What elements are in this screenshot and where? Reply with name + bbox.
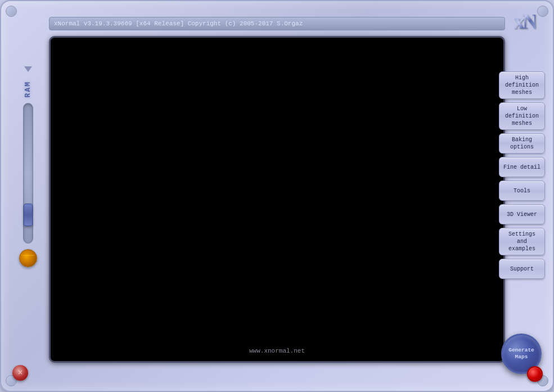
main-viewport: www.xnormal.net — [49, 36, 505, 363]
ram-slider-track[interactable] — [23, 103, 33, 244]
ram-slider-thumb[interactable] — [24, 204, 33, 226]
viewport-watermark: www.xnormal.net — [249, 348, 305, 354]
support-button[interactable]: Support — [499, 259, 545, 279]
right-sidebar: High definition meshes Low definition me… — [497, 35, 547, 360]
baking-options-button[interactable]: Baking options — [499, 133, 545, 154]
quit-button[interactable] — [527, 366, 543, 382]
scroll-down-icon[interactable] — [20, 63, 36, 75]
corner-decoration-tl — [6, 6, 17, 17]
fine-detail-button[interactable]: Fine detail — [499, 157, 545, 177]
app-logo: xN — [502, 6, 547, 37]
app-title: xNormal v3.19.3.39669 [x64 Release] Copy… — [54, 20, 303, 27]
high-def-meshes-button[interactable]: High definition meshes — [499, 71, 545, 99]
low-def-meshes-button[interactable]: Low definition meshes — [499, 102, 545, 130]
left-sidebar: RAM — [12, 35, 43, 363]
ram-label: RAM — [24, 81, 32, 97]
title-bar: xNormal v3.19.3.39669 [x64 Release] Copy… — [49, 17, 505, 30]
logo-text: xN — [514, 9, 535, 34]
tools-button[interactable]: Tools — [499, 181, 545, 201]
generate-maps-label: Generate Maps — [507, 347, 535, 361]
3d-viewer-button[interactable]: 3D Viewer — [499, 204, 545, 224]
app-window: xN xNormal v3.19.3.39669 [x64 Release] C… — [0, 0, 554, 392]
scroll-arrow-shape — [24, 66, 32, 72]
settings-examples-button[interactable]: Settings and examples — [499, 228, 545, 255]
close-button[interactable] — [12, 365, 28, 381]
globe-icon[interactable] — [19, 249, 37, 267]
